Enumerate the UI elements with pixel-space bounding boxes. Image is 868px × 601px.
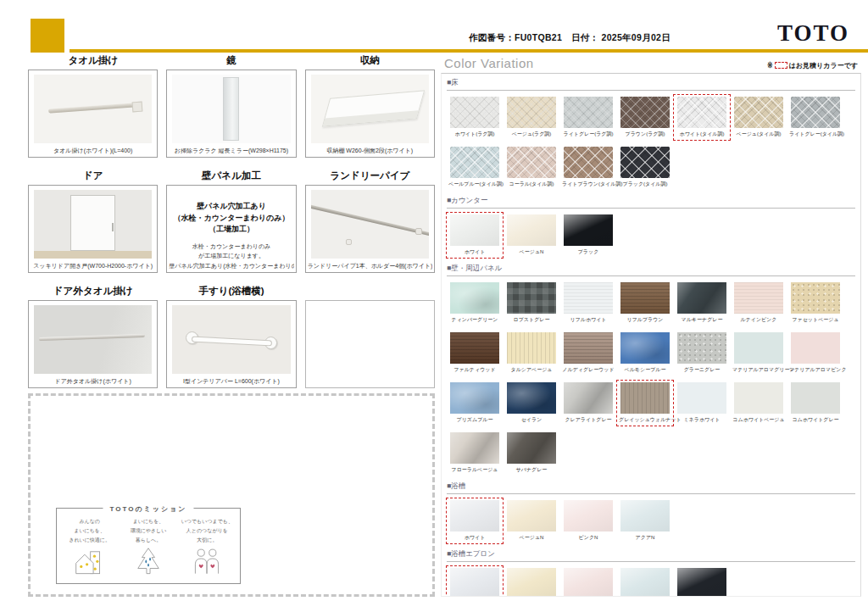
- people-icon: [183, 546, 231, 575]
- color-section: ■浴槽ホワイトベージュNピンクNアクアN: [447, 481, 855, 543]
- color-swatch: ロブストグレー: [504, 281, 559, 326]
- swatch-chip: [450, 382, 499, 414]
- product-caption: スッキリドア開き戸(W700-H2000-ホワイト): [31, 262, 155, 270]
- swatch-label: ルテインピンク: [732, 316, 785, 324]
- color-swatch: ホワイト(ラグ調): [447, 95, 503, 140]
- swatch-label: ベージュ(ラグ調): [505, 131, 558, 138]
- color-swatch: コムホワイトベージュ: [731, 381, 787, 426]
- swatch-label: マテリアルアロマピンク: [789, 366, 842, 374]
- swatch-label: ティンバーグリーン: [448, 316, 501, 324]
- swatch-chip: [677, 568, 726, 597]
- swatch-chip: [734, 382, 783, 414]
- color-swatch: ライトグレー(ラグ調): [560, 95, 616, 140]
- brand-square-logo: [31, 19, 64, 53]
- panel-note-sub: 水栓・カウンターまわりのみ が工場加工になります。: [167, 242, 295, 262]
- swatch-chip: [450, 500, 499, 531]
- mission-text: みんなの まいにちを、 きれいに快適に。: [60, 517, 119, 544]
- product-caption: お掃除ラクラク 縦長ミラー(W298×H1175): [169, 147, 293, 155]
- mission-text: いつでもいつまでも、 人とのつながりを 大切に。: [178, 517, 236, 544]
- swatch-label: フローラルベージュ: [448, 466, 501, 474]
- swatch-chip: [450, 147, 499, 178]
- swatch-label: ブラック: [562, 248, 615, 256]
- swatch-label: ブラウン(ラグ調): [619, 131, 671, 138]
- product-caption: ドア外タオル掛け(ホワイト): [31, 377, 155, 386]
- swatch-chip: [507, 500, 556, 531]
- swatch-label: ホワイト(タイル調): [676, 131, 728, 138]
- swatch-label: ファルティウッド: [448, 366, 501, 374]
- swatch-chip: [507, 282, 556, 314]
- swatch-chip: [450, 332, 499, 364]
- swatch-label: ベージュN: [505, 534, 558, 542]
- color-swatch: ファルティウッド: [447, 331, 503, 376]
- swatch-chip: [620, 282, 670, 314]
- color-swatch: タルシアベージュ: [504, 331, 559, 376]
- color-swatch: サバナグレー: [504, 431, 559, 476]
- swatch-chip: [507, 214, 556, 246]
- product-box: I型インテリアバー L=600(ホワイト): [166, 300, 296, 388]
- swatch-label: コーラル(タイル調): [505, 181, 558, 188]
- product-box: タオル掛け(ホワイト)(L=400): [28, 70, 158, 158]
- product-caption: 壁パネル穴加工あり(水栓・カウンターまわりのみ): [169, 262, 293, 270]
- product-caption: タオル掛け(ホワイト)(L=400): [31, 147, 155, 155]
- swatch-chip: [677, 382, 726, 414]
- swatch-label: ホワイト: [448, 248, 501, 256]
- swatch-label: グラーニグレー: [676, 366, 728, 374]
- product-title: ドア外タオル掛け: [28, 285, 158, 298]
- swatch-label: ベージュN: [505, 248, 558, 256]
- panel-note-main: 壁パネル穴加工あり （水栓・カウンターまわりのみ） （工場加工）: [167, 201, 295, 236]
- color-swatch: リフルブラウン: [617, 281, 673, 326]
- swatch-chip: [564, 147, 613, 178]
- towel-bar2-image: [34, 305, 152, 374]
- product-box: お掃除ラクラク 縦長ミラー(W298×H1175): [166, 70, 296, 158]
- swatch-chip: [507, 147, 556, 178]
- swatch-label: セイラン: [505, 416, 558, 424]
- towel-bar-image: [34, 75, 152, 143]
- swatch-chip: [620, 147, 670, 178]
- color-swatch: セイラン: [504, 381, 559, 426]
- color-swatch: ホワイト: [447, 498, 503, 543]
- color-swatch: アクアN: [617, 498, 673, 543]
- swatch-label: ファセットベージュ: [789, 316, 842, 324]
- product-title: ドア: [28, 170, 158, 182]
- swatch-row: プリズムブルーセイランクレアライトグレーグレイッシュウォルナットミネラホワイトコ…: [447, 381, 855, 426]
- swatch-chip: [791, 382, 840, 414]
- mission-item-environment: まいにちを、 環境にやさしい 暮らしへ。: [120, 517, 178, 578]
- swatch-label: ライトグレー(ラグ調): [562, 131, 615, 138]
- color-swatch: マテリアルアロマピンク: [787, 331, 843, 376]
- swatch-label: ベルモシーブルー: [619, 366, 671, 374]
- note-text: はお見積りカラーです: [789, 62, 858, 70]
- product-title: [305, 285, 435, 298]
- mission-text: まいにちを、 環境にやさしい 暮らしへ。: [120, 517, 178, 544]
- swatch-chip: [677, 282, 726, 314]
- product-cell: ドアスッキリドア開き戸(W700-H2000-ホワイト): [28, 170, 158, 273]
- swatch-label: リフルブラウン: [619, 316, 671, 324]
- shelf-image: [311, 75, 429, 143]
- color-swatch: ホワイト: [447, 213, 503, 258]
- swatch-row: ティンバーグリーンロブストグレーリフルホワイトリフルブラウンマルキーナグレールテ…: [447, 281, 855, 326]
- color-swatch: ベージュ(タイル調): [731, 95, 787, 140]
- product-title: タオル掛け: [28, 54, 158, 67]
- swatch-chip: [564, 568, 613, 597]
- swatch-row: ホワイトベージュNピンクNアクアN: [447, 498, 855, 543]
- section-title: ■カウンター: [447, 196, 855, 209]
- color-swatch: コムホワイトグレー: [787, 381, 843, 426]
- product-caption: I型インテリアバー L=600(ホワイト): [169, 377, 293, 386]
- swatch-row: ホワイトベージュNブラック: [447, 213, 855, 258]
- color-swatch: ピンクN: [560, 566, 616, 597]
- house-icon: [66, 546, 114, 575]
- color-swatch: ベルモシーブルー: [617, 331, 673, 376]
- swatch-chip: [677, 97, 726, 128]
- swatch-label: アクアN: [619, 534, 671, 542]
- color-swatch: ティンバーグリーン: [447, 281, 503, 326]
- mission-title: TOTOのミッション: [103, 504, 193, 514]
- swatch-chip: [450, 214, 499, 246]
- dashed-selection-icon: [775, 62, 787, 69]
- swatch-row: ホワイトベージュピンクNアクアNブラック: [447, 566, 855, 597]
- product-box: 収納棚 W260-側面2段(ホワイト): [305, 70, 435, 158]
- color-swatch: ノルディグレーウッド: [560, 331, 616, 376]
- product-box: ドア外タオル掛け(ホワイト): [28, 300, 158, 388]
- swatch-chip: [620, 568, 670, 597]
- swatch-label: ブラック(タイル調): [619, 181, 671, 188]
- product-cell: ドア外タオル掛けドア外タオル掛け(ホワイト): [28, 285, 158, 388]
- product-cell: 鏡お掃除ラクラク 縦長ミラー(W298×H1175): [166, 54, 296, 158]
